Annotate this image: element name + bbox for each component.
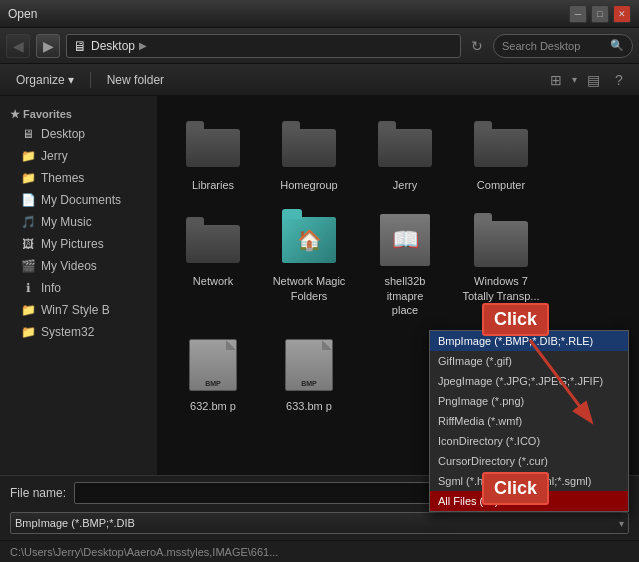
libraries-icon [183, 114, 243, 174]
filetype-option-5[interactable]: IconDirectory (*.ICO) [430, 431, 628, 451]
filetype-selected: BmpImage (*.BMP;*.DIB [15, 517, 619, 529]
filetype-option-8[interactable]: All Files (*.*) [430, 491, 628, 511]
file-item-homegroup[interactable]: Home­group [264, 106, 354, 196]
minimize-button[interactable]: ─ [569, 5, 587, 23]
status-bar: C:\Users\Jerry\Desktop\AaeroA.msstyles,I… [0, 540, 639, 562]
close-button[interactable]: ✕ [613, 5, 631, 23]
organize-button[interactable]: Organize ▾ [10, 71, 80, 89]
toolbar: Organize ▾ New folder ⊞ ▾ ▤ ? [0, 64, 639, 96]
shell32-icon: 📖 [375, 210, 435, 270]
file-item-shell32[interactable]: 📖 shell32bitmapreplace [360, 202, 450, 321]
file-item-633bmp[interactable]: BMP 633.bm p [264, 327, 354, 417]
win7-style-icon: 📁 [20, 302, 36, 318]
632bmp-icon: BMP [183, 335, 243, 395]
jerry-folder-icon: 📁 [20, 148, 36, 164]
search-placeholder: Search Desktop [502, 40, 606, 52]
file-item-libraries[interactable]: Libraries [168, 106, 258, 196]
favorites-label: ★ Favorites [0, 104, 157, 123]
sidebar-item-my-music[interactable]: 🎵 My Music [0, 211, 157, 233]
filetype-option-0[interactable]: BmpImage (*.BMP;*.DIB;*.RLE) [430, 331, 628, 351]
info-icon: ℹ [20, 280, 36, 296]
sidebar-item-system32-label: System32 [41, 325, 94, 339]
filetype-option-1[interactable]: GifImage (*.gif) [430, 351, 628, 371]
address-bar[interactable]: 🖥 Desktop ▶ [66, 34, 461, 58]
sidebar-item-themes[interactable]: 📁 Themes [0, 167, 157, 189]
sidebar-item-win7-label: Win7 Style B [41, 303, 110, 317]
filetype-option-2[interactable]: JpegImage (*.JPG;*.JPEG;*.JFIF) [430, 371, 628, 391]
homegroup-label: Home­group [280, 178, 337, 192]
view-arrow[interactable]: ▾ [572, 74, 577, 85]
filetype-option-7[interactable]: Sgml (*.htm;*.html;*.xml;*.sgml) [430, 471, 628, 491]
file-item-network[interactable]: Networ­k [168, 202, 258, 321]
jerry-icon [375, 114, 435, 174]
computer-label: Compu­ter [477, 178, 525, 192]
sidebar-item-desktop-label: Desktop [41, 127, 85, 141]
file-item-network-magic[interactable]: 🏠 Network Magic Folders [264, 202, 354, 321]
file-item-computer[interactable]: Compu­ter [456, 106, 546, 196]
new-folder-button[interactable]: New folder [101, 71, 170, 89]
computer-folder-icon [471, 114, 531, 174]
632bmp-label: 632.bm p [190, 399, 236, 413]
address-text: Desktop [91, 39, 135, 53]
filetype-option-3[interactable]: PngImage (*.png) [430, 391, 628, 411]
bottom-area: File name: BmpImage (*.BMP;*.DIB ▾ BmpIm… [0, 475, 639, 540]
633bmp-label: 633.bm p [286, 399, 332, 413]
address-chevron: ▶ [139, 40, 147, 51]
organize-label: Organize [16, 73, 65, 87]
file-item-632bmp[interactable]: BMP 632.bm p [168, 327, 258, 417]
organize-arrow: ▾ [68, 73, 74, 87]
sidebar-item-jerry-label: Jerry [41, 149, 68, 163]
title-bar-controls: ─ □ ✕ [569, 5, 631, 23]
maximize-button[interactable]: □ [591, 5, 609, 23]
toolbar-separator [90, 72, 91, 88]
jerry-label: Jerry [393, 178, 417, 192]
filetype-option-4[interactable]: RiffMedia (*.wmf) [430, 411, 628, 431]
network-magic-label: Network Magic Folders [268, 274, 350, 303]
view-button-1[interactable]: ⊞ [546, 70, 566, 90]
status-path: C:\Users\Jerry\Desktop\AaeroA.msstyles,I… [10, 546, 278, 558]
view-button-2[interactable]: ▤ [583, 70, 603, 90]
my-pictures-icon: 🖼 [20, 236, 36, 252]
search-icon: 🔍 [610, 39, 624, 52]
file-item-jerry[interactable]: Jerry [360, 106, 450, 196]
win7-transp-label: Windows 7 Totally Transp... [460, 274, 542, 303]
system32-icon: 📁 [20, 324, 36, 340]
address-icon: 🖥 [73, 38, 87, 54]
my-documents-icon: 📄 [20, 192, 36, 208]
homegroup-icon [279, 114, 339, 174]
filetype-option-6[interactable]: CursorDirectory (*.cur) [430, 451, 628, 471]
sidebar-item-desktop[interactable]: 🖥 Desktop [0, 123, 157, 145]
filetype-menu: BmpImage (*.BMP;*.DIB;*.RLE) GifImage (*… [429, 330, 629, 512]
win7-transp-icon [471, 210, 531, 270]
sidebar-item-info-label: Info [41, 281, 61, 295]
refresh-button[interactable]: ↻ [467, 34, 487, 58]
title-bar: Open ─ □ ✕ [0, 0, 639, 28]
sidebar-item-my-pictures[interactable]: 🖼 My Pictures [0, 233, 157, 255]
network-label: Networ­k [193, 274, 233, 288]
filetype-arrow: ▾ [619, 518, 624, 529]
search-bar[interactable]: Search Desktop 🔍 [493, 34, 633, 58]
sidebar-item-my-videos-label: My Videos [41, 259, 97, 273]
my-music-icon: 🎵 [20, 214, 36, 230]
network-magic-icon: 🏠 [279, 210, 339, 270]
themes-folder-icon: 📁 [20, 170, 36, 186]
sidebar-item-my-videos[interactable]: 🎬 My Videos [0, 255, 157, 277]
633bmp-icon: BMP [279, 335, 339, 395]
sidebar-item-jerry[interactable]: 📁 Jerry [0, 145, 157, 167]
sidebar-item-info[interactable]: ℹ Info [0, 277, 157, 299]
filetype-dropdown[interactable]: BmpImage (*.BMP;*.DIB ▾ [10, 512, 629, 534]
sidebar-item-my-pictures-label: My Pictures [41, 237, 104, 251]
file-item-win7-transp[interactable]: Windows 7 Totally Transp... [456, 202, 546, 321]
back-button[interactable]: ◀ [6, 34, 30, 58]
new-folder-label: New folder [107, 73, 164, 87]
desktop-icon: 🖥 [20, 126, 36, 142]
help-button[interactable]: ? [609, 70, 629, 90]
sidebar-item-my-documents[interactable]: 📄 My Documents [0, 189, 157, 211]
dialog-title: Open [8, 7, 37, 21]
toolbar-right: ⊞ ▾ ▤ ? [546, 70, 629, 90]
sidebar-item-win7-style[interactable]: 📁 Win7 Style B [0, 299, 157, 321]
sidebar-item-system32[interactable]: 📁 System32 [0, 321, 157, 343]
sidebar-item-themes-label: Themes [41, 171, 84, 185]
open-dialog: Open ─ □ ✕ ◀ ▶ 🖥 Desktop ▶ ↻ Search Desk… [0, 0, 639, 562]
forward-button[interactable]: ▶ [36, 34, 60, 58]
